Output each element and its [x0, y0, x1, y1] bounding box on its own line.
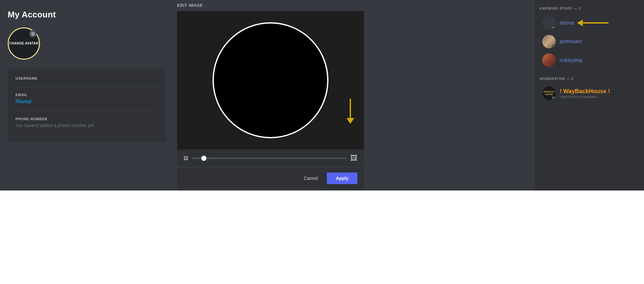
arrow-down-annotation [346, 99, 354, 124]
avatar-jenthoven [542, 35, 556, 48]
member-item-ariona[interactable]: ariona [540, 14, 639, 32]
moderator-section-header: MODERATOR — 2 [540, 77, 639, 81]
arrow-right-head [577, 20, 583, 26]
account-form: USERNAME EMAIL Reveal PHONE NUMBER You h… [8, 69, 166, 142]
zoom-in-icon: 🖼 [350, 154, 357, 162]
image-preview-area [177, 11, 364, 150]
staff-section-header: KAPWING STAFF — 3 [540, 6, 639, 10]
avatar-section: 🖼 CHANGE AVATAR [8, 27, 166, 60]
member-name-waybackhouse: ! WayBackHouse ! [560, 88, 610, 95]
avatar-waybackhouse: WAYBACKHOUSE [542, 86, 556, 100]
online-dot-ariona [552, 26, 556, 30]
phone-field-group: PHONE NUMBER You haven't added a phone n… [15, 117, 158, 128]
username-label: USERNAME [15, 76, 158, 80]
zoom-slider-row: 🖼 🖼 [177, 150, 364, 167]
change-avatar-button[interactable]: 🖼 CHANGE AVATAR [8, 27, 40, 60]
member-status-waybackhouse: https://linktr.ee/wayback... [560, 95, 610, 99]
member-item-nukeydog[interactable]: nukeydog [540, 52, 639, 69]
username-field-group: USERNAME [15, 76, 158, 80]
arrow-right-annotation [577, 20, 609, 26]
member-item-waybackhouse[interactable]: WAYBACKHOUSE ! WayBackHouse ! https://li… [540, 84, 639, 102]
member-name-nukeydog: nukeydog [560, 57, 582, 63]
divider-2 [15, 111, 158, 111]
email-reveal-button[interactable]: Reveal [15, 99, 158, 104]
zoom-slider-track[interactable] [192, 158, 346, 159]
page-title: My Account [8, 10, 166, 20]
member-item-jenthoven[interactable]: jenthoven [540, 33, 639, 50]
phone-label: PHONE NUMBER [15, 117, 158, 121]
arrow-right-shaft [583, 22, 609, 24]
online-dot-waybackhouse [552, 96, 556, 100]
zoom-slider-thumb[interactable] [201, 156, 206, 161]
camera-icon: 🖼 [29, 30, 36, 37]
arrow-head [346, 118, 354, 124]
arrow-shaft [350, 99, 351, 118]
avatar-ariona [542, 16, 556, 30]
divider-1 [15, 87, 158, 87]
zoom-out-icon: 🖼 [184, 156, 188, 161]
modal-footer: Cancel Apply [177, 167, 364, 189]
member-name-ariona: ariona [560, 20, 574, 26]
edit-image-modal: EDIT IMAGE 🖼 🖼 Cancel Apply [177, 3, 364, 189]
modal-body: 🖼 🖼 Cancel Apply [177, 11, 364, 189]
bottom-white-area [0, 191, 644, 284]
online-dot-jenthoven [552, 44, 556, 48]
apply-button[interactable]: Apply [327, 172, 357, 184]
avatar-nukeydog [542, 54, 556, 67]
cancel-button[interactable]: Cancel [299, 173, 323, 183]
email-label: EMAIL [15, 93, 158, 97]
modal-title: EDIT IMAGE [177, 3, 364, 11]
avatar-label: CHANGE AVATAR [9, 42, 39, 45]
phone-value: You haven't added a phone number yet. [15, 123, 158, 128]
email-field-group: EMAIL Reveal [15, 93, 158, 104]
member-name-jenthoven: jenthoven [560, 39, 582, 44]
image-circle [213, 22, 328, 138]
section-divider [540, 70, 639, 77]
member-info-waybackhouse: ! WayBackHouse ! https://linktr.ee/wayba… [560, 88, 610, 99]
